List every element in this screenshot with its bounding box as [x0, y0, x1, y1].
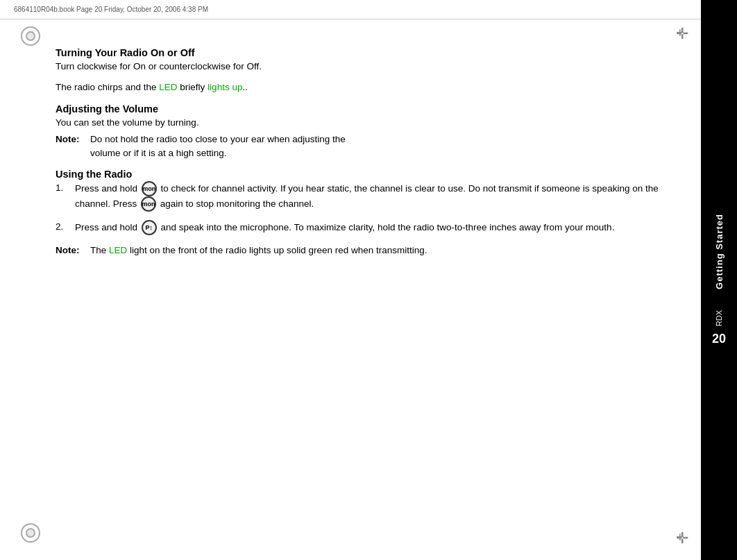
section1-briefly: briefly: [178, 82, 208, 92]
section1-line2: The radio chirps and the LED briefly lig…: [56, 80, 659, 94]
section-turning-radio: Turning Your Radio On or Off Turn clockw…: [56, 47, 659, 95]
section1-heading: Turning Your Radio On or Off: [56, 47, 659, 58]
section2-body: You can set the volume by turning.: [56, 116, 659, 130]
note2-text-end: light on the front of the radio lights u…: [127, 245, 427, 255]
section1-end: ..: [242, 82, 248, 92]
note2-text-pre: The: [90, 245, 109, 255]
item2-text-end: and speak into the microphone. To maximi…: [158, 222, 615, 232]
note2: Note: The LED light on the front of the …: [56, 244, 659, 257]
section1-line2-prefix: The radio chirps and the: [56, 82, 159, 92]
note1-label: Note:: [56, 133, 90, 161]
main-content: Turning Your Radio On or Off Turn clockw…: [0, 19, 701, 560]
item1-text-pre: Press and hold: [75, 183, 140, 194]
mon-button-1: mon: [142, 181, 157, 196]
section3-heading: Using the Radio: [56, 169, 659, 180]
list-item-2: 2. Press and hold P↕ and speak into the …: [56, 220, 659, 235]
section1-led: LED: [159, 82, 177, 92]
item1-text-end: again to stop monitoring the channel.: [158, 198, 314, 209]
item1-number: 1.: [56, 181, 75, 212]
section2-heading: Adjusting the Volume: [56, 103, 659, 114]
top-bar: 6864110R04b.book Page 20 Friday, October…: [0, 0, 701, 19]
list-item-1: 1. Press and hold mon to check for chann…: [56, 181, 659, 212]
sidebar-product-label: RDX: [715, 310, 723, 326]
item2-number: 2.: [56, 220, 75, 235]
note1: Note: Do not hold the radio too close to…: [56, 133, 659, 161]
mon-button-2: mon: [141, 196, 156, 212]
item1-body: Press and hold mon to check for channel …: [75, 181, 659, 212]
sidebar-tab-label: Getting Started: [714, 214, 725, 289]
section1-line1: Turn clockwise for On or counterclockwis…: [56, 60, 659, 74]
note1-body: Do not hold the radio too close to your …: [90, 133, 659, 161]
page: 6864110R04b.book Page 20 Friday, October…: [0, 0, 737, 560]
note2-body: The LED light on the front of the radio …: [90, 244, 659, 257]
note2-led: LED: [109, 245, 127, 255]
note2-label: Note:: [56, 244, 90, 257]
right-sidebar: Getting Started RDX 20: [701, 0, 737, 560]
sidebar-page-number: 20: [712, 332, 726, 346]
item2-text-pre: Press and hold: [75, 222, 140, 232]
file-info: 6864110R04b.book Page 20 Friday, October…: [14, 6, 208, 13]
ptt-button: P↕: [142, 220, 157, 235]
section-volume: Adjusting the Volume You can set the vol…: [56, 103, 659, 161]
item2-body: Press and hold P↕ and speak into the mic…: [75, 220, 659, 235]
radio-instructions-list: 1. Press and hold mon to check for chann…: [56, 181, 659, 235]
section1-lights-up: lights up: [207, 82, 242, 92]
section-using-radio: Using the Radio 1. Press and hold mon to…: [56, 169, 659, 257]
